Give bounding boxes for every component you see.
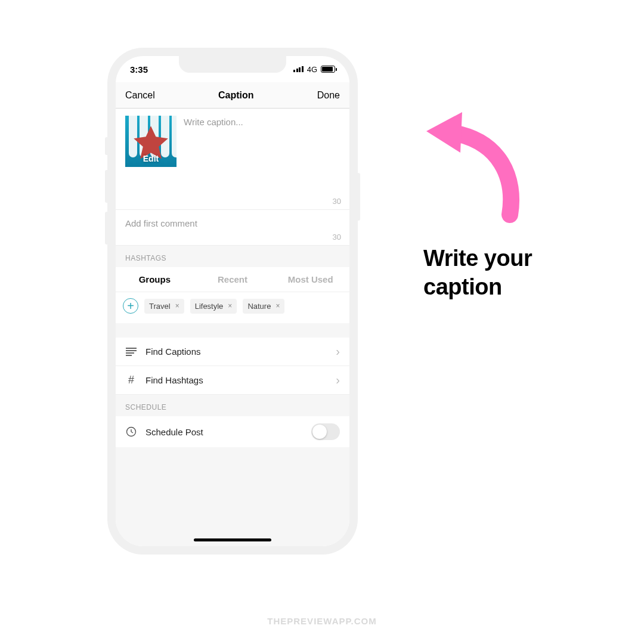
- find-hashtags-row[interactable]: # Find Hashtags ›: [116, 366, 349, 395]
- battery-icon: [321, 66, 335, 73]
- schedule-post-label: Schedule Post: [145, 427, 203, 437]
- tab-recent[interactable]: Recent: [194, 274, 272, 284]
- hashtag-tabs: Groups Recent Most Used: [116, 267, 349, 292]
- hashtag-icon: #: [125, 374, 137, 386]
- find-hashtags-label: Find Hashtags: [145, 375, 203, 385]
- chip-label: Lifestyle: [195, 302, 224, 311]
- screen: 3:35 4G Cancel Caption Done Edi: [116, 56, 349, 546]
- watermark: THEPREVIEWAPP.COM: [0, 616, 644, 626]
- find-captions-row[interactable]: Find Captions ›: [116, 338, 349, 366]
- signal-icon: [293, 66, 304, 72]
- chevron-right-icon: ›: [336, 373, 340, 387]
- bottom-fill: [116, 447, 349, 546]
- caption-counter: 30: [333, 197, 341, 206]
- network-label: 4G: [307, 65, 317, 74]
- spacer: [116, 323, 349, 338]
- notch: [179, 56, 286, 73]
- arrow-icon: [417, 107, 537, 227]
- first-comment-area: Add first comment 30: [116, 210, 349, 246]
- home-indicator: [194, 538, 271, 541]
- phone-frame: 3:35 4G Cancel Caption Done Edi: [107, 48, 358, 555]
- phone-button: [105, 137, 109, 155]
- caption-input[interactable]: Write caption...: [184, 116, 243, 209]
- callout-line: Write your: [423, 244, 532, 273]
- chip-label: Nature: [247, 302, 271, 311]
- tab-most-used[interactable]: Most Used: [271, 274, 349, 284]
- close-icon[interactable]: ×: [228, 302, 232, 310]
- page-title: Caption: [218, 90, 254, 101]
- close-icon[interactable]: ×: [175, 302, 179, 310]
- phone-button: [357, 173, 360, 221]
- status-right: 4G: [293, 65, 335, 74]
- callout-line: caption: [423, 273, 532, 302]
- post-thumbnail[interactable]: Edit: [125, 116, 177, 167]
- nav-bar: Cancel Caption Done: [116, 82, 349, 109]
- caption-area: Edit Write caption... 30: [116, 109, 349, 210]
- close-icon[interactable]: ×: [275, 302, 280, 310]
- clock-icon: [125, 426, 137, 437]
- find-captions-label: Find Captions: [145, 346, 201, 357]
- hashtag-chip[interactable]: Lifestyle ×: [190, 299, 237, 314]
- edit-button[interactable]: Edit: [125, 154, 177, 163]
- add-hashtag-button[interactable]: +: [123, 298, 138, 314]
- cancel-button[interactable]: Cancel: [125, 90, 155, 101]
- schedule-post-row: Schedule Post: [116, 416, 349, 447]
- hashtag-chips: + Travel × Lifestyle × Nature ×: [116, 292, 349, 323]
- callout-text: Write your caption: [423, 244, 532, 301]
- chip-label: Travel: [149, 302, 171, 311]
- phone-button: [105, 212, 109, 244]
- first-comment-input[interactable]: Add first comment: [125, 218, 340, 228]
- comment-counter: 30: [333, 233, 341, 242]
- hashtags-header: HASHTAGS: [116, 246, 349, 267]
- hashtag-chip[interactable]: Travel ×: [144, 299, 184, 314]
- phone-button: [105, 170, 109, 203]
- tab-groups[interactable]: Groups: [116, 274, 194, 284]
- schedule-toggle[interactable]: [311, 423, 340, 440]
- schedule-header: SCHEDULE: [116, 395, 349, 416]
- lines-icon: [125, 348, 137, 356]
- chevron-right-icon: ›: [336, 345, 340, 358]
- done-button[interactable]: Done: [317, 90, 340, 101]
- status-time: 3:35: [130, 64, 148, 75]
- hashtag-chip[interactable]: Nature ×: [243, 299, 284, 314]
